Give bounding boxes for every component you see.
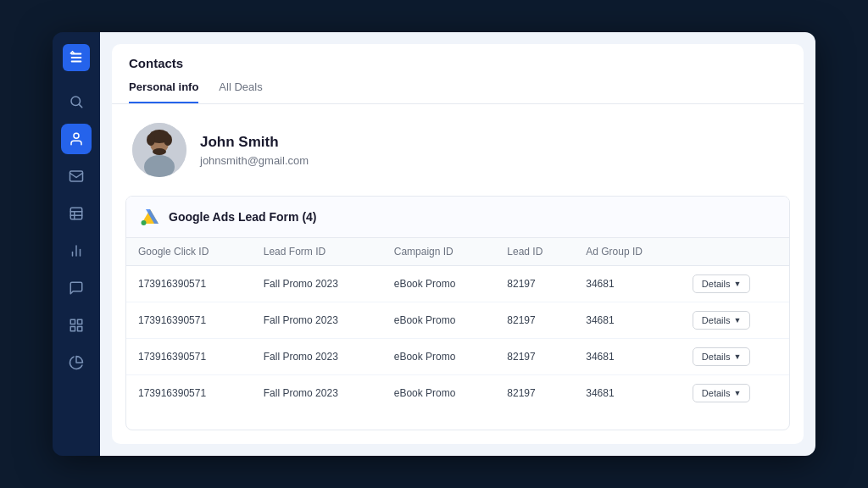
profile-section: John Smith johnsmith@gmail.com xyxy=(112,104,804,196)
profile-info: John Smith johnsmith@gmail.com xyxy=(200,134,309,167)
col-google-click-id: Google Click ID xyxy=(126,238,252,266)
cell-click-id: 173916390571 xyxy=(126,266,252,302)
col-lead-id: Lead ID xyxy=(495,238,574,266)
chevron-down-icon: ▼ xyxy=(733,316,741,324)
cell-campaign-id: eBook Promo xyxy=(382,339,496,375)
panel-header: Contacts Personal info All Deals xyxy=(112,44,804,104)
cell-ad-group-id: 34681 xyxy=(574,302,681,339)
sidebar-item-table[interactable] xyxy=(61,198,92,229)
cell-click-id: 173916390571 xyxy=(126,339,252,375)
col-actions xyxy=(681,238,789,266)
cell-lead-id: 82197 xyxy=(495,266,574,302)
tab-all-deals[interactable]: All Deals xyxy=(219,80,262,103)
svg-rect-11 xyxy=(70,319,75,324)
cell-details: Details ▼ xyxy=(681,375,789,412)
cell-lead-id: 82197 xyxy=(495,339,574,375)
svg-point-20 xyxy=(164,134,172,146)
leads-table: Google Click ID Lead Form ID Campaign ID… xyxy=(126,238,789,411)
cell-details: Details ▼ xyxy=(681,266,789,302)
sidebar-item-grid[interactable] xyxy=(61,310,92,341)
sidebar-item-search[interactable] xyxy=(61,86,92,117)
main-container: Contacts Personal info All Deals xyxy=(53,32,815,456)
cell-click-id: 173916390571 xyxy=(126,375,252,412)
panel: Contacts Personal info All Deals xyxy=(112,44,804,444)
content-area: Contacts Personal info All Deals xyxy=(100,32,815,456)
cell-ad-group-id: 34681 xyxy=(574,375,681,412)
svg-line-1 xyxy=(79,104,81,107)
table-card-header: Google Ads Lead Form (4) xyxy=(126,197,789,238)
avatar xyxy=(132,123,186,177)
profile-email: johnsmith@gmail.com xyxy=(200,154,309,167)
table-row: 173916390571 Fall Promo 2023 eBook Promo… xyxy=(126,339,789,375)
panel-title: Contacts xyxy=(129,56,787,70)
sidebar-item-mail[interactable] xyxy=(61,161,92,191)
table-row: 173916390571 Fall Promo 2023 eBook Promo… xyxy=(126,375,789,412)
cell-campaign-id: eBook Promo xyxy=(382,266,496,302)
sidebar-item-contacts[interactable] xyxy=(61,124,92,154)
details-button[interactable]: Details ▼ xyxy=(693,384,751,402)
cell-campaign-id: eBook Promo xyxy=(382,375,496,412)
cell-lead-id: 82197 xyxy=(495,302,574,339)
cell-lead-form-id: Fall Promo 2023 xyxy=(252,375,382,412)
svg-point-24 xyxy=(142,220,147,225)
svg-rect-13 xyxy=(70,327,75,331)
sidebar-item-chart[interactable] xyxy=(61,236,92,266)
chevron-down-icon: ▼ xyxy=(733,280,741,288)
svg-rect-3 xyxy=(70,171,83,181)
sidebar-logo[interactable] xyxy=(63,44,90,71)
svg-point-19 xyxy=(147,134,155,146)
cell-details: Details ▼ xyxy=(681,339,789,375)
svg-point-21 xyxy=(153,148,166,155)
col-lead-form-id: Lead Form ID xyxy=(252,238,382,266)
svg-rect-12 xyxy=(78,319,82,324)
chevron-down-icon: ▼ xyxy=(733,352,741,361)
svg-point-2 xyxy=(74,133,79,138)
table-card: Google Ads Lead Form (4) Google Click ID… xyxy=(125,196,790,430)
profile-name: John Smith xyxy=(200,134,309,151)
cell-details: Details ▼ xyxy=(681,302,789,339)
col-campaign-id: Campaign ID xyxy=(382,238,496,266)
col-ad-group-id: Ad Group ID xyxy=(574,238,681,266)
cell-ad-group-id: 34681 xyxy=(574,339,681,375)
details-button[interactable]: Details ▼ xyxy=(693,274,751,293)
cell-click-id: 173916390571 xyxy=(126,302,252,339)
cell-ad-group-id: 34681 xyxy=(574,266,681,302)
chevron-down-icon: ▼ xyxy=(733,389,741,397)
svg-rect-4 xyxy=(70,208,82,219)
details-button[interactable]: Details ▼ xyxy=(693,311,751,330)
tabs: Personal info All Deals xyxy=(129,80,787,103)
sidebar-item-pie[interactable] xyxy=(61,347,92,378)
cell-lead-id: 82197 xyxy=(495,375,574,412)
table-row: 173916390571 Fall Promo 2023 eBook Promo… xyxy=(126,266,789,302)
cell-campaign-id: eBook Promo xyxy=(382,302,496,339)
sidebar-item-messages[interactable] xyxy=(61,273,92,303)
cell-lead-form-id: Fall Promo 2023 xyxy=(252,302,382,339)
details-button[interactable]: Details ▼ xyxy=(693,347,751,366)
sidebar xyxy=(53,32,100,456)
tab-personal-info[interactable]: Personal info xyxy=(129,80,198,103)
cell-lead-form-id: Fall Promo 2023 xyxy=(252,339,382,375)
cell-lead-form-id: Fall Promo 2023 xyxy=(252,266,382,302)
svg-rect-14 xyxy=(78,327,82,331)
google-ads-icon xyxy=(140,207,160,227)
app-wrapper: Contacts Personal info All Deals xyxy=(0,0,868,488)
table-card-title: Google Ads Lead Form (4) xyxy=(169,210,317,224)
table-row: 173916390571 Fall Promo 2023 eBook Promo… xyxy=(126,302,789,339)
